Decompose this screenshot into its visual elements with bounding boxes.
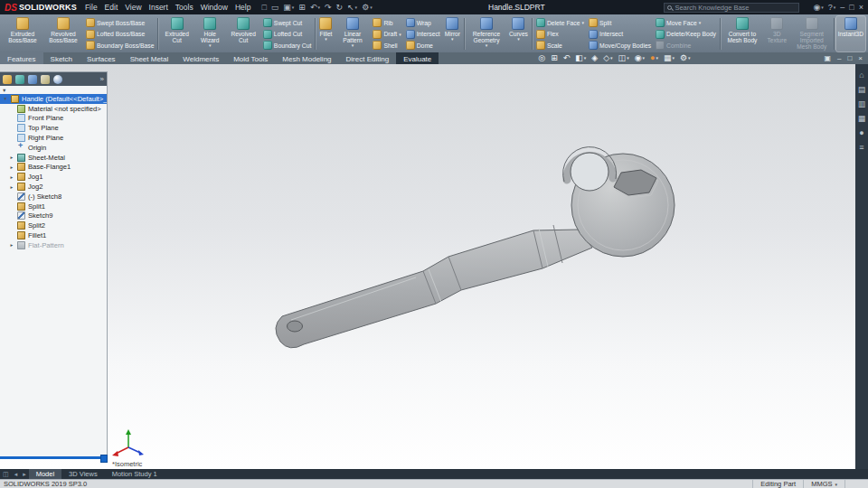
rib-button[interactable]: Rib — [371, 17, 402, 28]
expand-arrow-icon[interactable]: ▸ — [9, 164, 14, 170]
shell-button[interactable]: Shell — [371, 40, 402, 51]
viewport-minimize-icon[interactable]: – — [837, 54, 841, 62]
view-orientation-button[interactable]: ◇▾ — [603, 54, 612, 62]
fillet-button[interactable]: Fillet▾ — [317, 16, 334, 52]
expand-arrow-icon[interactable]: ▸ — [9, 242, 14, 248]
viewport-3d[interactable] — [0, 64, 855, 469]
tree-item-handle-default-default-display-sta[interactable]: ▾Handle (Default<<Default>_Display Sta — [0, 94, 107, 104]
dome-button[interactable]: Dome — [404, 40, 442, 51]
mirror-button[interactable]: Mirror▾ — [443, 16, 462, 52]
tab-mold-tools[interactable]: Mold Tools — [226, 52, 275, 64]
knowledge-base-search[interactable] — [664, 3, 799, 13]
design-library-icon[interactable]: ▤ — [858, 86, 866, 94]
model-handle-arm[interactable] — [276, 230, 592, 348]
boundary-boss-base-button[interactable]: Boundary Boss/Base — [84, 40, 156, 51]
expand-arrow-icon[interactable]: ▸ — [9, 155, 14, 160]
swept-boss-base-button[interactable]: Swept Boss/Base — [84, 17, 156, 28]
previous-view-button[interactable]: ↶ — [563, 54, 571, 62]
tree-item-jog1[interactable]: ▸Jog1 — [0, 172, 107, 182]
tree-item-sheet-metal[interactable]: ▸Sheet-Metal — [0, 153, 107, 163]
zoom-to-fit-button[interactable]: ◎ — [538, 54, 545, 62]
model-tab-motion-study-1[interactable]: Motion Study 1 — [105, 469, 165, 479]
zoom-to-area-button[interactable]: ⊞ — [551, 54, 558, 62]
tab-evaluate[interactable]: Evaluate — [396, 52, 439, 64]
tab-weldments[interactable]: Weldments — [175, 52, 226, 64]
open-file-icon[interactable]: ▭ — [271, 4, 279, 12]
convert-to-mesh-body-button[interactable]: Convert to Mesh Body — [722, 16, 762, 52]
delete-face-button[interactable]: Delete Face▾ — [534, 17, 586, 28]
tab-surfaces[interactable]: Surfaces — [80, 52, 123, 64]
tab-overflow-icon[interactable]: » — [100, 75, 104, 84]
boundary-cut-button[interactable]: Boundary Cut — [261, 40, 314, 51]
extruded-cut-button[interactable]: Extruded Cut — [160, 16, 193, 52]
viewport-close-icon[interactable]: × — [858, 54, 863, 62]
tree-item-sketch8[interactable]: (-) Sketch8 — [0, 192, 107, 202]
move-face-button[interactable]: Move Face▾ — [654, 17, 718, 28]
redo-icon[interactable]: ↷ — [325, 4, 332, 12]
maximize-window-icon[interactable]: □ — [849, 4, 854, 12]
file-explorer-icon[interactable]: ▥ — [858, 100, 866, 108]
tab-direct-editing[interactable]: Direct Editing — [339, 52, 397, 64]
menu-edit[interactable]: Edit — [101, 3, 122, 12]
tree-item-split1[interactable]: Split1 — [0, 202, 107, 211]
hole-wizard-button[interactable]: Hole Wizard▾ — [194, 16, 225, 52]
wrap-button[interactable]: Wrap — [404, 17, 442, 28]
tree-item-origin[interactable]: Origin — [0, 143, 107, 153]
tree-item-right-plane[interactable]: Right Plane — [0, 133, 107, 143]
tree-item-base-flange1[interactable]: ▸Base-Flange1 — [0, 163, 107, 173]
tree-item-material-not-specified[interactable]: Material <not specified> — [0, 104, 107, 114]
model-tab-model[interactable]: Model — [29, 469, 61, 479]
tab-scroll-left-icon[interactable]: ◂ — [12, 469, 21, 479]
propertymanager-tab-icon[interactable] — [15, 75, 24, 84]
tab-mesh-modeling[interactable]: Mesh Modeling — [275, 52, 338, 64]
flex-button[interactable]: Flex — [534, 29, 586, 40]
hide-show-items-button[interactable]: ◉▾ — [635, 54, 645, 62]
section-view-button[interactable]: ◧▾ — [575, 54, 586, 62]
print-icon[interactable]: ⊞ — [298, 4, 306, 12]
featuremanager-tab-icon[interactable] — [3, 75, 12, 84]
swept-cut-button[interactable]: Swept Cut — [261, 17, 314, 28]
draft-button[interactable]: Draft▾ — [371, 29, 402, 40]
tree-item-flat-pattern[interactable]: ▸Flat-Pattern — [0, 240, 107, 250]
tree-item-front-plane[interactable]: Front Plane — [0, 114, 107, 124]
displaymanager-tab-icon[interactable] — [53, 75, 62, 84]
undo-icon[interactable]: ↶▾ — [310, 4, 320, 12]
reference-geometry-button[interactable]: Reference Geometry▾ — [467, 16, 506, 52]
viewport-maximize-icon[interactable]: □ — [847, 54, 852, 62]
tab-sheet-metal[interactable]: Sheet Metal — [123, 52, 176, 64]
tree-item-split2[interactable]: Split2 — [0, 221, 107, 230]
tree-item-top-plane[interactable]: Top Plane — [0, 123, 107, 133]
select-icon[interactable]: ↖▾ — [347, 4, 357, 12]
tab-sketch[interactable]: Sketch — [43, 52, 80, 64]
intersect-button[interactable]: Intersect — [404, 29, 442, 40]
display-style-button[interactable]: ◫▾ — [618, 54, 629, 62]
options-icon[interactable]: ⚙▾ — [362, 4, 373, 12]
delete-keep-body-button[interactable]: Delete/Keep Body — [654, 29, 718, 40]
apply-scene-button[interactable]: ▦▾ — [664, 54, 675, 62]
end-hole[interactable] — [288, 321, 303, 332]
intersect-button[interactable]: Intersect — [587, 29, 653, 40]
save-icon[interactable]: ▣▾ — [283, 4, 294, 12]
lofted-boss-base-button[interactable]: Lofted Boss/Base — [84, 29, 156, 40]
lofted-cut-button[interactable]: Lofted Cut — [261, 29, 314, 40]
close-window-icon[interactable]: × — [859, 4, 863, 12]
solidworks-resources-icon[interactable]: ⌂ — [859, 71, 863, 80]
curves-button[interactable]: Curves▾ — [507, 16, 530, 52]
search-input[interactable] — [675, 4, 796, 12]
menu-tools[interactable]: Tools — [172, 3, 197, 12]
tree-filter-row[interactable]: ▼ — [0, 86, 107, 94]
tree-item-jog2[interactable]: ▸Jog2 — [0, 182, 107, 192]
revolved-cut-button[interactable]: Revolved Cut — [226, 16, 259, 52]
menu-insert[interactable]: Insert — [146, 3, 172, 12]
expand-arrow-icon[interactable]: ▸ — [9, 174, 14, 180]
tree-item-fillet1[interactable]: Fillet1 — [0, 230, 107, 240]
user-account-icon[interactable]: ◉▾ — [813, 4, 823, 12]
menu-window[interactable]: Window — [197, 3, 231, 12]
rollback-bar[interactable] — [0, 456, 107, 459]
expand-arrow-icon[interactable]: ▾ — [3, 96, 8, 101]
model-tab-3d-views[interactable]: 3D Views — [61, 469, 105, 479]
minimize-window-icon[interactable]: – — [840, 4, 844, 12]
appearances-scenes-icon[interactable]: ● — [859, 129, 863, 137]
pane-layout-icon[interactable]: ◫ — [0, 469, 12, 479]
scale-button[interactable]: Scale — [534, 40, 586, 51]
